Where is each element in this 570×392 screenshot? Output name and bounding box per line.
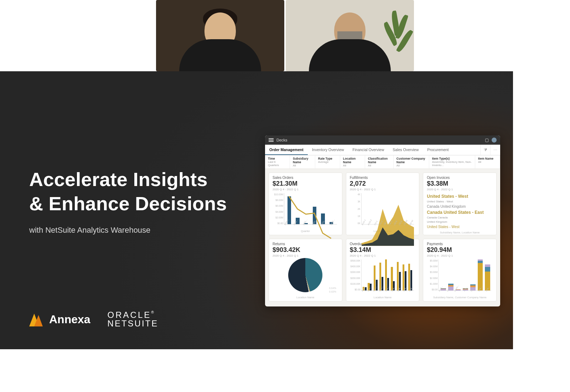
card-overdue-invoices[interactable]: Overdue Invoices $3.14M 2020 Q 4 - 2022 … <box>346 239 420 301</box>
card-subtitle: 2020 Q 4 - 2022 Q 1 <box>273 254 338 257</box>
card-subtitle: 2020 Q 4 - 2022 Q 1 <box>427 254 493 257</box>
annexa-logo: Annexa <box>29 312 90 326</box>
card-subtitle: 2020 Q 4 - 2022 Q 1 <box>427 188 493 191</box>
filter-rate-type[interactable]: Rate TypeAverage <box>315 155 340 169</box>
card-metric: $3.14M <box>350 246 416 254</box>
chart-payments: $5.00M$4.00M$3.00M$2.00M$1.00M$0.00 Aust… <box>427 259 493 294</box>
filter-customer[interactable]: Customer Company NameAll <box>394 155 429 169</box>
card-footer: Location Name <box>273 296 338 299</box>
webcam-participant-2 <box>286 0 414 71</box>
filter-item-type[interactable]: Item Type(s)Assembly, Inventory Item, No… <box>429 155 475 169</box>
logo-row: Annexa ORACLE® NETSUITE <box>29 311 158 328</box>
annexa-wordmark: Annexa <box>49 313 90 326</box>
card-title: Open Invoices <box>427 176 493 180</box>
avatar-icon[interactable] <box>492 138 497 143</box>
slide-title-block: Accelerate Insights & Enhance Decisions … <box>29 167 227 235</box>
filter-icon[interactable]: ⧩ <box>480 145 490 155</box>
filter-classification[interactable]: Classification NameAll <box>365 155 394 169</box>
filter-location[interactable]: Location NameAll <box>340 155 365 169</box>
tab-sales-overview[interactable]: Sales Overview <box>388 145 423 155</box>
card-footer: Subsidiary Name, Location Name <box>427 231 493 234</box>
slide-subtitle: with NetSuite Analytics Warehouse <box>29 226 227 235</box>
dashboard-screenshot: Decks ▢ Order Management Inventory Overv… <box>265 135 500 306</box>
chart-fulfillments: 4K3K2K1K0K AUS-1AUS-2CA-1CA-2UK-1UK-2US-… <box>350 193 416 228</box>
card-fulfillments[interactable]: Fulfillments 2,072 2020 Q 4 - 2022 Q 1 4… <box>346 172 420 235</box>
card-subtitle: 2020 Q 4 - 2022 Q 1 <box>273 188 338 191</box>
more-icon[interactable]: ⋯ <box>490 145 500 155</box>
chart-open-invoices: United States - West United States - Wes… <box>427 193 493 229</box>
dashboard-topbar: Decks ▢ <box>265 135 500 145</box>
card-metric: $20.94M <box>427 246 493 254</box>
card-title: Fulfillments <box>350 176 416 180</box>
card-title: Payments <box>427 242 493 246</box>
webcam-strip <box>156 0 414 71</box>
card-returns[interactable]: Returns $903.42K 2020 Q 4 - 2022 Q 1 45.… <box>269 239 342 301</box>
filter-item-name[interactable]: Item NameAll <box>475 155 500 169</box>
card-grid: Sales Orders $21.30M 2020 Q 4 - 2022 Q 1… <box>265 169 500 305</box>
dashboard-tabs: Order Management Inventory Overview Fina… <box>265 145 500 155</box>
tab-financial-overview[interactable]: Financial Overview <box>348 145 389 155</box>
topbar-title: Decks <box>276 138 287 142</box>
bell-icon[interactable]: ▢ <box>485 138 489 143</box>
webcam-participant-1 <box>156 0 284 71</box>
card-subtitle: 2020 Q 4 - 2022 Q 1 <box>350 188 416 191</box>
card-metric: $903.42K <box>273 246 338 254</box>
annexa-mark-icon <box>29 312 43 326</box>
card-sales-orders[interactable]: Sales Orders $21.30M 2020 Q 4 - 2022 Q 1… <box>269 172 342 235</box>
filter-time[interactable]: TimeLast 6 Quarters <box>265 155 290 169</box>
card-metric: $3.38M <box>427 180 493 187</box>
presentation-slide: Accelerate Insights & Enhance Decisions … <box>0 71 513 349</box>
card-metric: $21.30M <box>273 180 338 187</box>
card-title: Sales Orders <box>273 176 338 180</box>
oracle-netsuite-logo: ORACLE® NETSUITE <box>108 311 159 328</box>
tab-order-management[interactable]: Order Management <box>265 145 308 155</box>
filter-subsidiary[interactable]: Subsidiary NameAll <box>290 155 315 169</box>
card-open-invoices[interactable]: Open Invoices $3.38M 2020 Q 4 - 2022 Q 1… <box>423 172 497 235</box>
card-metric: 2,072 <box>350 180 416 187</box>
chart-overdue-invoices: $500.00K$400.00K$300.00K$200.00K$100.00K… <box>350 259 416 294</box>
chart-returns: 45.38% 53.15% 0.64% 0.83% <box>273 259 338 294</box>
slide-title: Accelerate Insights & Enhance Decisions <box>29 167 227 216</box>
hamburger-icon[interactable] <box>269 138 274 142</box>
tab-inventory-overview[interactable]: Inventory Overview <box>308 145 348 155</box>
card-footer: Subsidiary Name, Customer Company Name <box>427 296 493 299</box>
card-subtitle: 2020 Q 4 - 2022 Q 1 <box>350 254 416 257</box>
tab-procurement[interactable]: Procurement <box>423 145 453 155</box>
card-payments[interactable]: Payments $20.94M 2020 Q 4 - 2022 Q 1 $5.… <box>423 239 497 301</box>
card-footer: Location Name <box>350 296 416 299</box>
filter-bar: TimeLast 6 Quarters Subsidiary NameAll R… <box>265 155 500 169</box>
chart-sales-orders: $10.00M$8.00M$6.00M$4.00M$2.00M$0.00 202… <box>273 193 338 228</box>
